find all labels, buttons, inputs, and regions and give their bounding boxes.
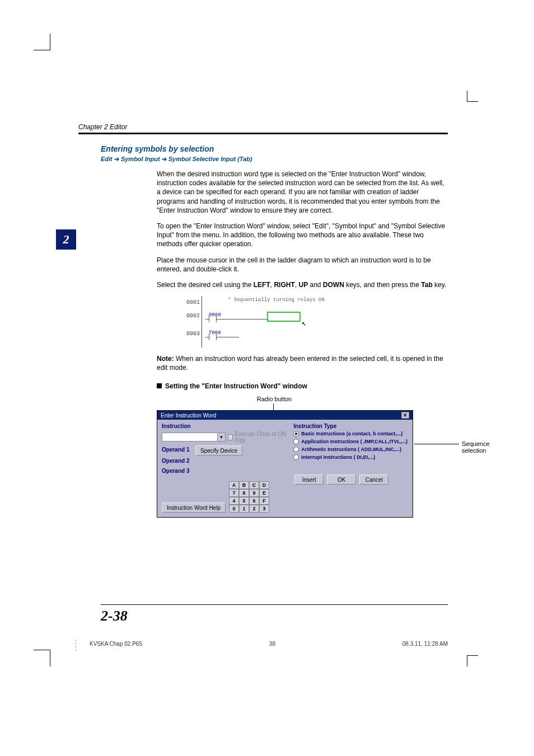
paragraph: Select the desired cell using the LEFT, … xyxy=(157,280,448,289)
radio-label: Interrupt Instructions ( DI,EI,...) xyxy=(301,454,375,460)
keypad-key[interactable]: 7 xyxy=(229,489,239,497)
page-number: 2-38 xyxy=(101,608,128,624)
subheading: Setting the "Enter Instruction Word" win… xyxy=(157,382,448,390)
dialog-title-text: Enter Instruction Word xyxy=(161,412,216,419)
rung-number: 0001 xyxy=(186,299,202,306)
text: keys, and then press the xyxy=(344,281,421,289)
keypad: A B C D 7 8 9 E 4 5 xyxy=(229,479,269,513)
ladder-diagram: * Sequentially turning relays ON 0001 00… xyxy=(202,296,403,348)
radio-label: Basic Instructions (a contact, b contact… xyxy=(301,431,402,436)
keypad-key[interactable]: D xyxy=(259,481,269,489)
dialog-titlebar: Enter Instruction Word ✕ xyxy=(157,411,413,420)
radio-label: Arithmetic Instructions ( ADD,MUL,INC,..… xyxy=(301,447,401,452)
radio-application[interactable]: Application Instructions ( JMP,CALL,ITVL… xyxy=(293,439,408,444)
contact-label: 0000 xyxy=(209,312,221,318)
keypad-key[interactable]: 5 xyxy=(239,497,249,505)
insert-button[interactable]: Insert xyxy=(294,475,324,485)
key-tab: Tab xyxy=(421,281,432,289)
crop-mark-tl xyxy=(34,34,50,50)
footer-timestamp: 08.3.11, 11:28 AM xyxy=(402,641,448,647)
callout-line xyxy=(273,403,274,410)
note-text: When an instruction word has already bee… xyxy=(157,355,443,372)
contact-label: T000 xyxy=(209,330,221,336)
rung-number: 0003 xyxy=(186,331,202,337)
radio-interrupt[interactable]: Interrupt Instructions ( DI,EI,...) xyxy=(293,454,408,460)
crop-mark-tr xyxy=(467,91,478,102)
keypad-key[interactable]: 6 xyxy=(249,497,259,505)
note-paragraph: Note: When an instruction word has alrea… xyxy=(157,354,448,372)
keypad-key[interactable]: 4 xyxy=(229,497,239,505)
operand2-label: Operand 2 xyxy=(162,458,189,464)
operand1-label: Operand 1 xyxy=(162,447,193,453)
keypad-key[interactable]: 1 xyxy=(239,505,249,513)
callout-line xyxy=(414,444,459,444)
chapter-tab: 2 xyxy=(56,229,76,250)
keypad-key[interactable]: 9 xyxy=(249,489,259,497)
key-right: RIGHT xyxy=(274,281,294,289)
specify-device-button[interactable]: Specify Device xyxy=(195,445,242,456)
text: Select the desired cell using the xyxy=(157,281,254,289)
radio-icon xyxy=(293,431,299,436)
selected-cell[interactable] xyxy=(267,312,301,322)
keypad-key[interactable]: C xyxy=(249,481,259,489)
close-icon[interactable]: ✕ xyxy=(401,412,409,419)
arrow-icon: ➔ xyxy=(162,156,168,162)
paragraph: Place the mouse cursor in the cell in th… xyxy=(157,256,448,274)
chevron-down-icon[interactable]: ▼ xyxy=(218,433,226,442)
radio-arithmetic[interactable]: Arithmetic Instructions ( ADD,MUL,INC,..… xyxy=(293,447,408,452)
callout-label: Radio button xyxy=(246,396,302,402)
keypad-key[interactable]: E xyxy=(259,489,269,497)
text: key. xyxy=(433,281,446,289)
key-down: DOWN xyxy=(323,281,344,289)
keypad-key[interactable]: A xyxy=(229,481,239,489)
keypad-key[interactable]: 8 xyxy=(239,489,249,497)
footer-file: KVSKA Chap 02.P65 xyxy=(90,641,142,647)
keypad-key[interactable]: 3 xyxy=(259,505,269,513)
paragraph: When the desired instruction word type i… xyxy=(157,170,448,215)
bullet-square-icon xyxy=(157,383,162,388)
radio-icon xyxy=(293,439,299,444)
path-selective: Symbol Selective Input (Tab) xyxy=(168,156,252,162)
cursor-icon: ↖ xyxy=(302,318,306,328)
footer-rule xyxy=(101,604,448,605)
operand3-label: Operand 3 xyxy=(162,468,189,474)
header-rule xyxy=(78,133,448,134)
keypad-key[interactable]: B xyxy=(239,481,249,489)
exec-once-checkbox[interactable] xyxy=(228,434,233,440)
key-up: UP xyxy=(298,281,308,289)
radio-label: Application Instructions ( JMP,CALL,ITVL… xyxy=(301,439,407,444)
subheading-text: Setting the "Enter Instruction Word" win… xyxy=(165,382,307,390)
instruction-combo[interactable]: ▼ xyxy=(162,433,226,442)
path-symbol-input: Symbol Input xyxy=(121,156,160,162)
chapter-header: Chapter 2 Editor xyxy=(78,123,448,133)
cancel-button[interactable]: Cancel xyxy=(359,475,388,485)
note-label: Note: xyxy=(157,355,174,363)
footer-separator xyxy=(76,640,76,651)
arrow-icon: ➔ xyxy=(114,156,121,162)
footer-page: 38 xyxy=(269,641,275,647)
instruction-type-label: Instruction Type xyxy=(293,423,408,429)
crop-mark-bl xyxy=(34,650,50,666)
keypad-key[interactable]: F xyxy=(259,497,269,505)
section-title: Entering symbols by selection xyxy=(101,144,448,153)
keypad-key[interactable]: 2 xyxy=(249,505,259,513)
ok-button[interactable]: OK xyxy=(327,475,356,485)
callout-label: Sequence selection xyxy=(462,440,490,454)
radio-basic[interactable]: Basic Instructions (a contact, b contact… xyxy=(293,431,408,436)
path-edit: Edit xyxy=(101,156,113,162)
paragraph: To open the "Enter Instruction Word" win… xyxy=(157,222,448,249)
radio-icon xyxy=(293,447,299,452)
menu-path: Edit ➔ Symbol Input ➔ Symbol Selective I… xyxy=(101,156,448,163)
ladder-comment: * Sequentially turning relays ON xyxy=(228,297,325,303)
exec-once-label: Execute Once at ON (Up) xyxy=(235,431,288,443)
radio-icon xyxy=(293,454,299,460)
enter-instruction-dialog: Enter Instruction Word ✕ Instruction ▼ E… xyxy=(157,410,413,518)
keypad-key[interactable]: 0 xyxy=(229,505,239,513)
instruction-label: Instruction xyxy=(162,423,288,429)
help-button[interactable]: Instruction Word Help xyxy=(162,503,226,513)
instruction-input[interactable] xyxy=(162,433,218,442)
footer-info: KVSKA Chap 02.P65 38 08.3.11, 11:28 AM xyxy=(90,641,448,647)
crop-mark-br xyxy=(467,655,478,666)
rung-number: 0002 xyxy=(186,313,202,319)
text: and xyxy=(308,281,323,289)
